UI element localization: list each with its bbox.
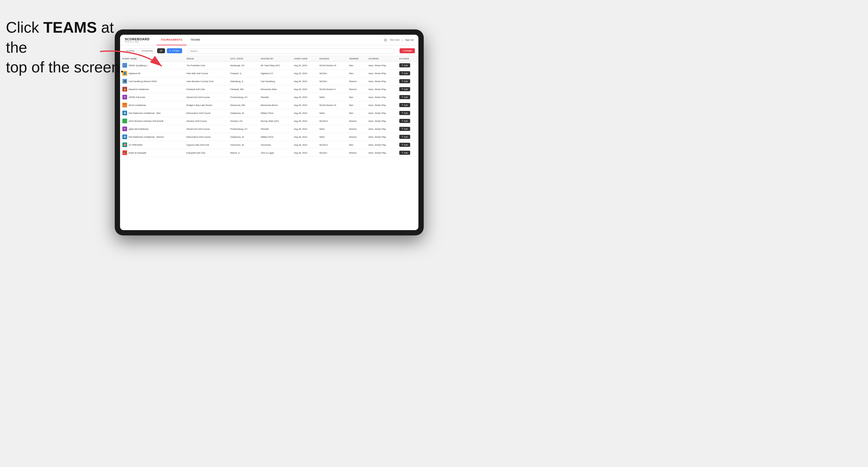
cell-city-1: Freeport, IL xyxy=(228,69,258,77)
cell-scoring-9: team, Stroke Play xyxy=(366,133,397,141)
cell-scoring-4: team, Stroke Play xyxy=(366,93,397,101)
svg-point-1 xyxy=(384,39,386,41)
user-name: Test User xyxy=(390,38,400,41)
event-name-7: 2023 Women's Hesston Fall Kickoff xyxy=(129,120,163,122)
cell-venue-0: The Powelton Club xyxy=(184,62,228,69)
cell-city-11: Marion, IL xyxy=(228,149,258,157)
edit-button-11[interactable]: ✎ Edit xyxy=(399,151,410,155)
edit-button-2[interactable]: ✎ Edit xyxy=(399,79,410,83)
cell-gender-8: Women xyxy=(347,125,366,133)
cell-hosted-6: William Penn xyxy=(258,109,291,117)
col-start-date: START DATE xyxy=(291,56,317,62)
edit-icon-1: ✎ xyxy=(402,72,403,74)
edit-button-9[interactable]: ✎ Edit xyxy=(399,135,410,139)
col-scoring: SCORING xyxy=(366,56,397,62)
arrow-indicator xyxy=(91,45,174,81)
table-row: ⚜ UPIKE Fall Invite StoneCrest Golf Cour… xyxy=(120,93,418,101)
cell-scoring-5: team, Stroke Play xyxy=(366,101,397,109)
cell-venue-3: Faribault Golf Club xyxy=(184,85,228,93)
edit-icon-0: ✎ xyxy=(402,64,403,66)
cell-venue-5: Ruttger's Bay Lake Resort xyxy=(184,101,228,109)
cell-city-4: Prestonsburg, KY xyxy=(228,93,258,101)
cell-division-6: NAIA xyxy=(317,109,347,117)
edit-icon-4: ✎ xyxy=(402,96,403,98)
event-name-5: Morris Invitational xyxy=(129,104,146,106)
event-name-4: UPIKE Fall Invite xyxy=(129,96,145,99)
cell-scoring-1: team, Stroke Play xyxy=(366,69,397,77)
cell-actions-6: ✎ Edit xyxy=(397,109,418,117)
cell-event-9: 🏛 Fall Statesmen Invitational - Women xyxy=(120,133,184,141)
table-row: ⚜ upike fall invitational StoneCrest Gol… xyxy=(120,125,418,133)
cell-event-3: 🏅 Maverick Invitational xyxy=(120,85,184,93)
cell-venue-11: Kokopelli Golf Club xyxy=(184,149,228,157)
cell-event-8: ⚜ upike fall invitational xyxy=(120,125,184,133)
settings-icon[interactable] xyxy=(383,38,388,42)
cell-hosted-11: John A Logan xyxy=(258,149,291,157)
cell-scoring-0: team, Stroke Play xyxy=(366,62,397,69)
cell-gender-4: Men xyxy=(347,93,366,101)
cell-division-3: NCAA Division II xyxy=(317,85,347,93)
sign-out-link[interactable]: Sign out xyxy=(405,38,414,41)
cell-event-7: 🌿 2023 Women's Hesston Fall Kickoff xyxy=(120,117,184,125)
edit-button-8[interactable]: ✎ Edit xyxy=(399,127,410,131)
cell-date-8: Aug 28, 2023 xyxy=(291,125,317,133)
event-icon-11: 🦅 xyxy=(122,150,127,155)
edit-button-0[interactable]: ✎ Edit xyxy=(399,63,410,67)
edit-button-5[interactable]: ✎ Edit xyxy=(399,103,410,107)
cell-city-8: Prestonsburg, KY xyxy=(228,125,258,133)
cell-date-2: Aug 26, 2023 xyxy=(291,77,317,85)
cell-actions-9: ✎ Edit xyxy=(397,133,418,141)
col-gender: GENDER xyxy=(347,56,366,62)
cell-date-7: Aug 28, 2023 xyxy=(291,117,317,125)
cell-scoring-7: team, Stroke Play xyxy=(366,117,397,125)
cell-hosted-0: Mt. Saint Mary (NY) xyxy=(258,62,291,69)
cell-division-5: NCAA Division III xyxy=(317,101,347,109)
edit-button-10[interactable]: ✎ Edit xyxy=(399,143,410,147)
cell-division-8: NAIA xyxy=(317,125,347,133)
table-row: 🌿 2023 Women's Hesston Fall Kickoff Hess… xyxy=(120,117,418,125)
cell-division-10: NICAA II xyxy=(317,141,347,149)
cell-date-4: Aug 28, 2023 xyxy=(291,93,317,101)
cell-date-5: Aug 28, 2023 xyxy=(291,101,317,109)
cell-date-10: Aug 28, 2023 xyxy=(291,141,317,149)
cell-actions-2: ✎ Edit xyxy=(397,77,418,85)
cell-actions-7: ✎ Edit xyxy=(397,117,418,125)
cell-city-7: Hesston, KS xyxy=(228,117,258,125)
table-container: EVENT NAME VENUE CITY, STATE HOSTED BY S… xyxy=(120,56,418,230)
create-button[interactable]: + Create xyxy=(400,48,415,53)
cell-hosted-3: Minnesota State xyxy=(258,85,291,93)
cell-scoring-3: team, Stroke Play xyxy=(366,85,397,93)
event-name-8: upike fall invitational xyxy=(129,128,148,130)
cell-actions-5: ✎ Edit xyxy=(397,101,418,109)
cell-actions-3: ✎ Edit xyxy=(397,85,418,93)
tab-tournaments[interactable]: TOURNAMENTS xyxy=(157,35,186,45)
edit-button-1[interactable]: ✎ Edit xyxy=(399,71,410,75)
col-city-state: CITY, STATE xyxy=(228,56,258,62)
cell-actions-10: ✎ Edit xyxy=(397,141,418,149)
edit-button-7[interactable]: ✎ Edit xyxy=(399,119,410,123)
cell-city-6: Oskaloosa, IA xyxy=(228,109,258,117)
search-input[interactable] xyxy=(187,49,394,54)
cell-date-1: Aug 25, 2023 xyxy=(291,69,317,77)
cell-division-7: NICAA II xyxy=(317,117,347,125)
cell-city-10: Vincennes, IN xyxy=(228,141,258,149)
event-icon-8: ⚜ xyxy=(122,127,127,131)
cell-venue-2: Lake Bracken Country Club xyxy=(184,77,228,85)
cell-division-11: NICAA I xyxy=(317,149,347,157)
cell-venue-4: StoneCrest Golf Course xyxy=(184,93,228,101)
tab-teams[interactable]: TEAMS xyxy=(187,35,205,45)
table-row: 🏛 Fall Statesmen Invitational - Men Edmu… xyxy=(120,109,418,117)
edit-icon-7: ✎ xyxy=(402,120,403,122)
edit-button-6[interactable]: ✎ Edit xyxy=(399,111,410,115)
cell-hosted-10: Vincennes xyxy=(258,141,291,149)
table-row: 🦊 Morris Invitational Ruttger's Bay Lake… xyxy=(120,101,418,109)
instruction-bold: TEAMS xyxy=(43,19,97,36)
cell-hosted-4: Pikeville xyxy=(258,93,291,101)
edit-icon-3: ✎ xyxy=(402,88,403,90)
cell-event-6: 🏛 Fall Statesmen Invitational - Men xyxy=(120,109,184,117)
edit-icon-8: ✎ xyxy=(402,128,403,130)
edit-button-4[interactable]: ✎ Edit xyxy=(399,95,410,99)
cell-venue-8: StoneCrest Golf Course xyxy=(184,125,228,133)
edit-button-3[interactable]: ✎ Edit xyxy=(399,87,410,91)
edit-icon-10: ✎ xyxy=(402,144,403,146)
